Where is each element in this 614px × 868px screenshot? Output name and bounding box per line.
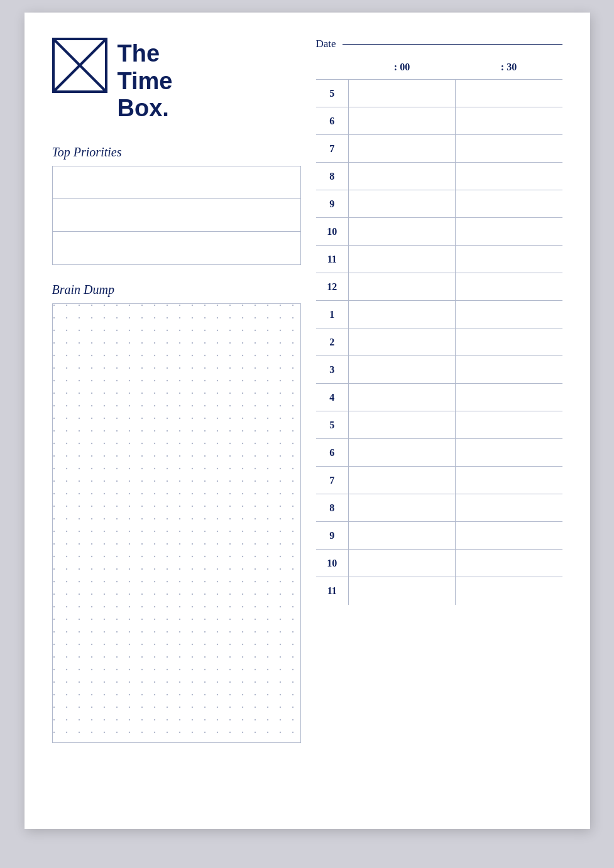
table-row: 5 — [316, 80, 562, 107]
time-table: : 00 : 30 567891011121234567891011 — [316, 58, 562, 605]
time-cell-00[interactable] — [349, 356, 456, 384]
priority-box-1[interactable] — [53, 166, 300, 199]
top-row: The Time Box. Top Priorities Brain Dump — [52, 38, 562, 743]
hour-label: 9 — [316, 190, 349, 218]
time-cell-30[interactable] — [456, 384, 562, 411]
right-column: Date : 00 : 30 567891011121234567891011 — [316, 38, 562, 743]
time-cell-00[interactable] — [349, 467, 456, 494]
time-cell-00[interactable] — [349, 218, 456, 246]
table-row: 10 — [316, 218, 562, 246]
top-priorities-label: Top Priorities — [52, 145, 301, 160]
time-cell-30[interactable] — [456, 190, 562, 218]
time-cell-30[interactable] — [456, 522, 562, 550]
time-cell-30[interactable] — [456, 494, 562, 522]
page: The Time Box. Top Priorities Brain Dump — [25, 13, 590, 829]
table-row: 8 — [316, 494, 562, 522]
table-row: 2 — [316, 328, 562, 356]
hour-label: 9 — [316, 522, 349, 550]
time-cell-30[interactable] — [456, 328, 562, 356]
hour-label: 7 — [316, 135, 349, 163]
time-cell-00[interactable] — [349, 439, 456, 467]
time-cell-00[interactable] — [349, 80, 456, 107]
col-header-30: : 30 — [456, 58, 562, 80]
hour-label: 12 — [316, 273, 349, 301]
table-row: 3 — [316, 356, 562, 384]
hour-label: 5 — [316, 411, 349, 439]
hour-label: 6 — [316, 439, 349, 467]
time-cell-30[interactable] — [456, 550, 562, 577]
table-row: 9 — [316, 522, 562, 550]
table-row: 8 — [316, 163, 562, 190]
brain-dump-label: Brain Dump — [52, 283, 301, 297]
time-cell-30[interactable] — [456, 163, 562, 190]
table-row: 6 — [316, 107, 562, 135]
time-cell-30[interactable] — [456, 273, 562, 301]
time-cell-00[interactable] — [349, 107, 456, 135]
time-cell-30[interactable] — [456, 356, 562, 384]
time-cell-30[interactable] — [456, 135, 562, 163]
table-row: 11 — [316, 577, 562, 605]
hour-label: 5 — [316, 80, 349, 107]
time-cell-00[interactable] — [349, 135, 456, 163]
left-column: The Time Box. Top Priorities Brain Dump — [52, 38, 316, 743]
hour-label: 4 — [316, 384, 349, 411]
table-row: 4 — [316, 384, 562, 411]
table-row: 12 — [316, 273, 562, 301]
time-cell-30[interactable] — [456, 246, 562, 273]
table-row: 10 — [316, 550, 562, 577]
date-line — [343, 44, 562, 45]
table-row: 6 — [316, 439, 562, 467]
logo-text: The Time Box. — [118, 38, 173, 122]
time-cell-00[interactable] — [349, 577, 456, 605]
col-header-00: : 00 — [349, 58, 456, 80]
time-cell-00[interactable] — [349, 494, 456, 522]
hour-label: 7 — [316, 467, 349, 494]
hour-label: 6 — [316, 107, 349, 135]
time-cell-30[interactable] — [456, 577, 562, 605]
time-cell-00[interactable] — [349, 384, 456, 411]
hour-label: 10 — [316, 550, 349, 577]
table-row: 5 — [316, 411, 562, 439]
hour-col-header — [316, 58, 349, 80]
table-row: 9 — [316, 190, 562, 218]
time-cell-30[interactable] — [456, 439, 562, 467]
time-cell-30[interactable] — [456, 411, 562, 439]
hour-label: 11 — [316, 577, 349, 605]
date-row: Date — [316, 38, 562, 50]
logo-area: The Time Box. — [52, 38, 301, 122]
priority-boxes — [52, 166, 301, 265]
time-cell-00[interactable] — [349, 273, 456, 301]
time-cell-30[interactable] — [456, 218, 562, 246]
time-cell-30[interactable] — [456, 301, 562, 328]
logo-icon — [52, 38, 107, 93]
table-row: 7 — [316, 135, 562, 163]
time-cell-30[interactable] — [456, 107, 562, 135]
time-cell-00[interactable] — [349, 301, 456, 328]
time-cell-00[interactable] — [349, 550, 456, 577]
hour-label: 2 — [316, 328, 349, 356]
time-cell-00[interactable] — [349, 411, 456, 439]
table-row: 7 — [316, 467, 562, 494]
hour-label: 1 — [316, 301, 349, 328]
svg-rect-4 — [53, 304, 300, 742]
hour-label: 8 — [316, 163, 349, 190]
hour-label: 10 — [316, 218, 349, 246]
time-cell-30[interactable] — [456, 80, 562, 107]
time-cell-00[interactable] — [349, 522, 456, 550]
date-label: Date — [316, 38, 336, 50]
hour-label: 11 — [316, 246, 349, 273]
priority-box-2[interactable] — [53, 199, 300, 232]
priority-box-3[interactable] — [53, 232, 300, 264]
time-cell-00[interactable] — [349, 190, 456, 218]
time-cell-00[interactable] — [349, 328, 456, 356]
brain-dump-area[interactable] — [52, 303, 301, 743]
hour-label: 3 — [316, 356, 349, 384]
table-row: 11 — [316, 246, 562, 273]
hour-label: 8 — [316, 494, 349, 522]
time-cell-00[interactable] — [349, 246, 456, 273]
table-row: 1 — [316, 301, 562, 328]
time-cell-30[interactable] — [456, 467, 562, 494]
dot-grid — [53, 304, 300, 742]
time-cell-00[interactable] — [349, 163, 456, 190]
